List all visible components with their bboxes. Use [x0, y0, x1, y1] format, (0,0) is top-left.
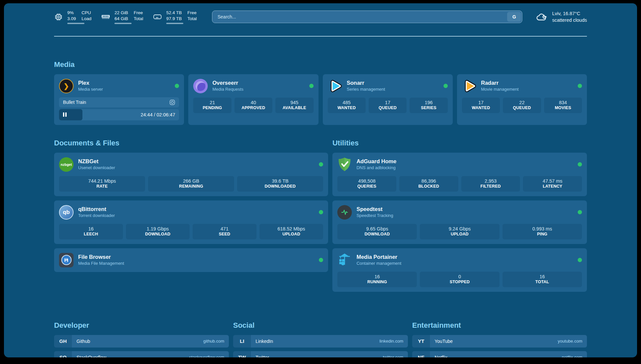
stat-value: 9.24 Gbps: [420, 226, 499, 231]
bookmark-github[interactable]: GH Github github.com: [54, 335, 229, 348]
bookmark-domain: github.com: [203, 339, 224, 344]
bookmark-name: Netflix: [435, 355, 447, 357]
status-dot: [578, 210, 582, 214]
stat-block: 196 SERIES: [410, 98, 447, 113]
stat-value: 47.57 ms: [524, 178, 581, 184]
overseerr-card[interactable]: Overseerr Media Requests 21 PENDING 40 A…: [188, 74, 318, 125]
entertainment-section-title: Entertainment: [412, 321, 587, 330]
stat-label: FILTERED: [462, 184, 520, 189]
filebrowser-card[interactable]: File Browser Media File Management: [54, 248, 328, 272]
bookmark-twitter[interactable]: TW Twitter twitter.com: [233, 351, 408, 357]
radarr-card[interactable]: Radarr Movie management 17 WANTED 22 QUE…: [457, 74, 587, 125]
cpu-usage-label: CPU: [81, 10, 91, 16]
stat-label: SEED: [193, 232, 256, 236]
media-section-title: Media: [54, 60, 587, 69]
stat-block: 21 PENDING: [193, 98, 231, 113]
bookmark-abbr: TW: [233, 351, 251, 357]
app-description: Media server: [78, 87, 103, 92]
bookmark-domain: netflix.com: [562, 355, 582, 357]
stat-value: 485: [328, 100, 365, 105]
adguard-icon: [337, 157, 352, 172]
stat-value: 17: [369, 100, 406, 105]
cpu-load-label: Load: [81, 16, 91, 22]
nzbget-card[interactable]: nzbget NZBGet Usenet downloader 744.21 M…: [54, 153, 328, 196]
bookmark-stackoverflow[interactable]: SO StackOverflow stackoverflow.com: [54, 351, 229, 357]
portainer-card[interactable]: Media Portainer Container management 16 …: [332, 248, 587, 292]
stat-label: REMAINING: [149, 184, 233, 189]
stat-block: 485 WANTED: [328, 98, 366, 113]
bookmark-domain: twitter.com: [383, 355, 403, 357]
documents-section: Documents & Files nzbget NZBGet Usenet d…: [54, 139, 328, 276]
plex-icon: ❯: [59, 79, 74, 93]
qbittorrent-card[interactable]: qb qBittorrent Torrent downloader 16 LEE…: [54, 200, 328, 244]
app-description: Container management: [356, 261, 401, 266]
stat-value: 196: [410, 100, 447, 105]
memory-usage-bar: [114, 23, 132, 24]
weather-location-temp: Lviv, 16.87°C: [552, 10, 587, 17]
stat-value: 40: [235, 100, 272, 105]
stat-value: 0.993 ms: [503, 226, 581, 231]
overseerr-icon: [193, 79, 208, 93]
bookmark-youtube[interactable]: YT YouTube youtube.com: [412, 335, 587, 348]
sonarr-icon: [328, 79, 342, 93]
stat-label: DOWNLOAD: [338, 232, 416, 236]
search-engine-button[interactable]: G: [507, 12, 521, 22]
stat-block: 0.993 ms PING: [503, 224, 582, 239]
social-section-title: Social: [233, 321, 408, 330]
app-title: Radarr: [481, 79, 519, 86]
app-description: Speedtest Tracking: [356, 213, 393, 219]
speedtest-icon: [337, 205, 352, 220]
stat-block: 0 STOPPED: [420, 272, 499, 287]
app-title: NZBGet: [78, 158, 115, 165]
stat-block: 47.57 ms LATENCY: [523, 176, 582, 192]
bookmark-name: YouTube: [435, 339, 453, 344]
app-description: Media File Management: [78, 261, 124, 266]
app-title: AdGuard Home: [356, 158, 396, 165]
utilities-section-title: Utilities: [332, 139, 587, 147]
stat-label: RATE: [60, 184, 144, 189]
stat-block: 16 TOTAL: [503, 272, 582, 287]
stat-value: 2,953: [462, 178, 520, 184]
window-frame: 9% 3.09 CPU Load: [0, 0, 641, 364]
status-dot: [578, 84, 582, 88]
sonarr-card[interactable]: Sonarr Series management 485 WANTED 17 Q…: [323, 74, 453, 125]
stat-block: 744.21 Mbps RATE: [59, 176, 145, 192]
stat-value: 744.21 Mbps: [60, 178, 144, 184]
stat-block: 498,508 QUERIES: [337, 176, 396, 192]
stat-value: 16: [338, 274, 416, 279]
weather-condition: scattered clouds: [552, 17, 587, 23]
speedtest-card[interactable]: Speedtest Speedtest Tracking 9.65 Gbps D…: [332, 200, 587, 244]
status-dot: [319, 258, 323, 262]
resource-stats: 9% 3.09 CPU Load: [54, 10, 197, 24]
search-input[interactable]: [212, 11, 523, 23]
stat-label: APPROVED: [235, 106, 272, 110]
stat-label: LATENCY: [524, 184, 581, 189]
stat-label: QUERIES: [338, 184, 396, 189]
disk-usage-bar: [166, 23, 183, 24]
bookmark-linkedin[interactable]: LI LinkedIn linkedin.com: [233, 335, 408, 348]
stat-label: STOPPED: [420, 280, 499, 284]
nzbget-icon: nzbget: [59, 157, 74, 172]
stat-block: 1.19 Gbps DOWNLOAD: [126, 224, 190, 239]
app-description: Movie management: [481, 87, 519, 92]
documents-section-title: Documents & Files: [54, 139, 328, 147]
stat-value: 471: [193, 226, 256, 231]
stat-value: 945: [276, 100, 313, 105]
disk-free-value: 52.4 TB: [166, 10, 182, 16]
cloud-icon: [535, 12, 548, 22]
status-dot: [319, 162, 323, 167]
stat-value: 834: [545, 100, 581, 105]
stat-value: 498,508: [338, 178, 396, 184]
plex-card[interactable]: ❯ Plex Media server Bullet Train: [54, 74, 184, 125]
stat-block: 40 APPROVED: [234, 98, 272, 113]
social-bookmarks: Social LI LinkedIn linkedin.com TW Twitt…: [233, 321, 408, 357]
stat-value: 16: [60, 226, 122, 231]
stat-label: AVAILABLE: [276, 106, 313, 110]
app-description: Media Requests: [212, 87, 243, 92]
stat-block: 266 GB REMAINING: [148, 176, 234, 192]
stat-block: 17 WANTED: [462, 98, 500, 113]
bookmark-netflix[interactable]: NF Netflix netflix.com: [412, 351, 587, 357]
stat-value: 22: [504, 100, 540, 105]
status-dot: [319, 210, 323, 214]
adguard-card[interactable]: AdGuard Home DNS and adblocking 498,508 …: [332, 153, 587, 196]
